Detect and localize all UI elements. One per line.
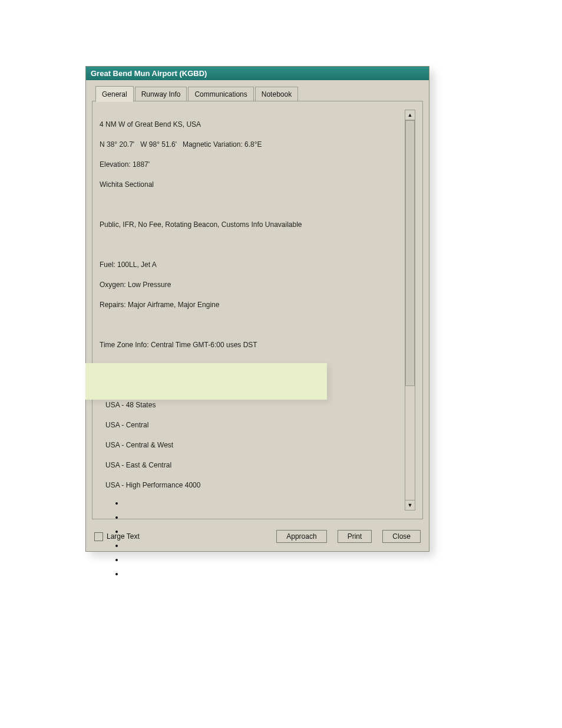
tab-label: General [102,90,127,98]
info-line: Time Zone Info: Central Time GMT-6:00 us… [100,340,402,350]
tab-area: General Runway Info Communications Noteb… [86,80,429,523]
coverage-line: USA - Central [100,420,402,430]
coverage-line: USA - Central & West [100,440,402,450]
tab-notebook[interactable]: Notebook [255,87,298,101]
textpane-wrap: 4 NM W of Great Bend KS, USA N 38° 20.7'… [100,110,415,510]
info-blank [100,200,402,210]
tab-runway-info[interactable]: Runway Info [135,87,187,101]
highlight-box [85,363,327,400]
info-blank [100,240,402,250]
chevron-down-icon: ▼ [408,502,413,508]
tab-general[interactable]: General [95,86,134,102]
tab-label: Runway Info [141,90,181,98]
info-line: Wichita Sectional [100,180,402,190]
info-line: Repairs: Major Airframe, Major Engine [100,300,402,310]
tab-content-general: 4 NM W of Great Bend KS, USA N 38° 20.7'… [92,101,423,519]
scroll-down-button[interactable]: ▼ [405,500,415,510]
info-line: Fuel: 100LL, Jet A [100,260,402,270]
info-blank [100,320,402,330]
button-label: Approach [286,532,316,541]
info-line: Elevation: 1887' [100,160,402,170]
tab-label: Notebook [262,90,292,98]
tab-label: Communications [194,90,247,98]
coverage-line: USA - 48 States [100,400,402,410]
scroll-thumb[interactable] [405,120,415,386]
info-line: Public, IFR, No Fee, Rotating Beacon, Cu… [100,220,402,230]
vertical-scrollbar[interactable]: ▲ ▼ [405,110,415,510]
bullet-list [100,499,124,584]
scroll-track[interactable] [405,120,415,500]
button-label: Close [392,532,411,541]
scroll-up-button[interactable]: ▲ [405,110,415,120]
info-line: N 38° 20.7' W 98° 51.6' Magnetic Variati… [100,140,402,150]
button-label: Print [348,532,362,541]
info-line: 4 NM W of Great Bend KS, USA [100,120,402,130]
approach-button[interactable]: Approach [276,530,326,543]
dialog-button-row: Large Text Approach Print Close [86,523,429,551]
airport-info-dialog: Great Bend Mun Airport (KGBD) General Ru… [85,66,429,552]
chevron-up-icon: ▲ [408,112,413,118]
coverage-line: USA - High Performance 4000 [100,480,402,490]
tabstrip: General Runway Info Communications Noteb… [92,86,423,101]
coverage-line: USA - East & Central [100,460,402,470]
tab-communications[interactable]: Communications [188,87,253,101]
dialog-titlebar: Great Bend Mun Airport (KGBD) [86,67,429,80]
airport-info-text: 4 NM W of Great Bend KS, USA N 38° 20.7'… [100,110,402,510]
print-button[interactable]: Print [338,530,372,543]
dialog-title: Great Bend Mun Airport (KGBD) [91,69,207,78]
info-line: Oxygen: Low Pressure [100,280,402,290]
close-button[interactable]: Close [382,530,421,543]
